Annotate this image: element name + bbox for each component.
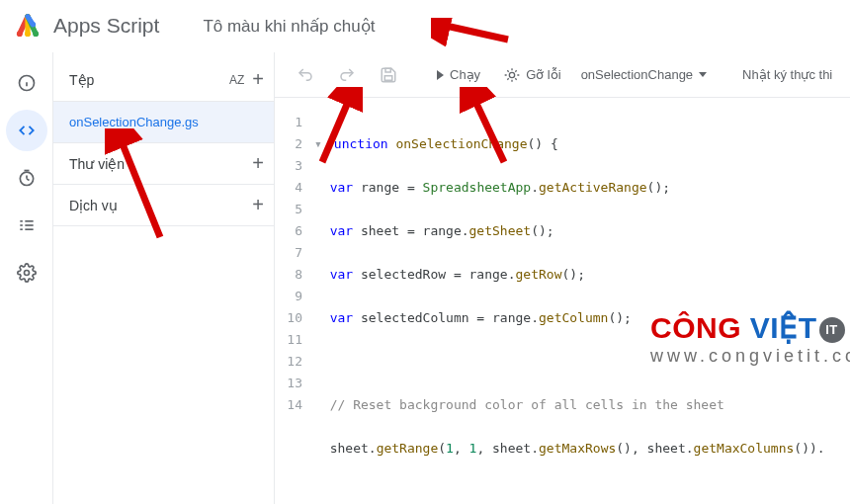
file-item-onselectionchange[interactable]: onSelectionChange.gs [53, 102, 274, 143]
editor-icon[interactable] [6, 110, 47, 151]
executions-icon[interactable] [6, 205, 47, 246]
play-icon [437, 70, 444, 80]
files-header: Tệp AZ + [53, 58, 274, 102]
app-header: Apps Script Tô màu khi nhấp chuột [0, 0, 850, 51]
files-sidebar: Tệp AZ + onSelectionChange.gs Thư viện +… [53, 52, 275, 504]
overview-icon[interactable] [6, 62, 47, 104]
files-header-label: Tệp [69, 72, 94, 88]
add-service-button[interactable]: + [252, 194, 264, 216]
left-rail [0, 52, 53, 504]
code-editor[interactable]: 1234567 891011121314 ▾function onSelecti… [275, 98, 850, 504]
run-button[interactable]: Chạy [427, 58, 490, 92]
libraries-section: Thư viện + [53, 143, 274, 185]
svg-point-20 [509, 72, 514, 77]
debug-button[interactable]: Gỡ lỗi [494, 58, 571, 92]
sort-icon[interactable]: AZ [229, 73, 244, 87]
services-section: Dịch vụ + [53, 185, 274, 226]
svg-line-9 [27, 179, 30, 181]
triggers-icon[interactable] [6, 157, 47, 199]
svg-point-17 [24, 271, 29, 276]
execution-log-label: Nhật ký thực thi [742, 67, 832, 82]
function-select-label: onSelectionChange [581, 67, 693, 82]
file-item-label: onSelectionChange.gs [69, 115, 199, 129]
execution-log-button[interactable]: Nhật ký thực thi [732, 58, 842, 92]
editor-toolbar: Chạy Gỡ lỗi onSelectionChange Nhật ký th… [275, 52, 850, 98]
svg-rect-19 [385, 68, 390, 72]
undo-button[interactable] [287, 58, 324, 92]
redo-button[interactable] [328, 58, 366, 92]
add-file-button[interactable]: + [252, 68, 264, 91]
function-select[interactable]: onSelectionChange [575, 67, 713, 82]
save-button[interactable] [370, 58, 407, 92]
services-label: Dịch vụ [69, 198, 118, 213]
run-label: Chạy [450, 67, 480, 82]
project-title[interactable]: Tô màu khi nhấp chuột [203, 16, 375, 37]
debug-label: Gỡ lỗi [526, 67, 561, 82]
line-gutter: 1234567 891011121314 [275, 112, 314, 504]
add-library-button[interactable]: + [252, 152, 264, 175]
apps-script-logo [14, 12, 42, 40]
svg-rect-18 [384, 75, 392, 80]
settings-icon[interactable] [6, 252, 47, 294]
libraries-label: Thư viện [69, 156, 125, 172]
caret-down-icon [699, 72, 707, 77]
main-area: Chạy Gỡ lỗi onSelectionChange Nhật ký th… [275, 52, 850, 504]
bug-icon [504, 67, 520, 83]
app-name: Apps Script [53, 14, 159, 38]
code-content[interactable]: ▾function onSelectionChange() { var rang… [314, 112, 850, 504]
